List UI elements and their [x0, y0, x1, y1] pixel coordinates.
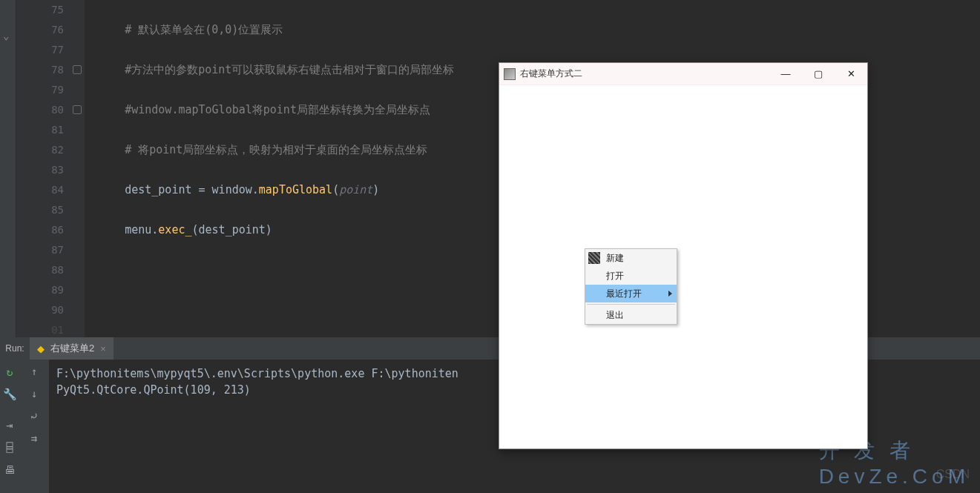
code-comment: # 将point局部坐标点，映射为相对于桌面的全局坐标点坐标	[125, 143, 427, 156]
code-comment: # 默认菜单会在(0,0)位置展示	[125, 23, 283, 36]
settings-icon[interactable]: 🔧	[3, 388, 17, 401]
menu-item-exit[interactable]: 退出	[585, 306, 677, 324]
run-tab-label: 右键菜单2	[50, 342, 94, 355]
layout-icon[interactable]: ⌸	[6, 441, 13, 454]
print-icon[interactable]: 🖶	[4, 463, 16, 477]
rerun-icon[interactable]: ↻	[6, 365, 13, 379]
code-comment: #window.mapToGlobal将point局部坐标转换为全局坐标点	[125, 103, 430, 116]
wrap-icon[interactable]: ⤾	[30, 410, 39, 422]
menu-separator	[587, 304, 675, 305]
fold-icon[interactable]	[73, 65, 82, 74]
app-icon	[504, 68, 516, 80]
close-button[interactable]: ✕	[835, 63, 867, 85]
down-icon[interactable]: ↓	[31, 388, 37, 400]
run-controls-col2: ↑ ↓ ⤾ ⇉	[19, 360, 49, 493]
run-label: Run:	[0, 337, 30, 360]
menu-item-recent[interactable]: 最近打开	[585, 285, 677, 302]
python-icon: ◆	[37, 343, 45, 354]
code-comment: #方法中的参数point可以获取鼠标右键点击相对于窗口的局部坐标	[125, 63, 454, 76]
new-icon	[588, 252, 600, 264]
line-gutter: 75 76 77 78 79 80 81 82 83 84 85 86 87 8…	[16, 0, 85, 337]
minimize-button[interactable]: —	[769, 63, 802, 85]
qt-app-window[interactable]: 右键菜单方式二 — ▢ ✕ 新建 打开 最近打开 退出	[499, 62, 868, 449]
menu-item-new[interactable]: 新建	[585, 249, 677, 267]
run-tab[interactable]: ◆ 右键菜单2 ×	[30, 337, 114, 360]
menu-item-open[interactable]: 打开	[585, 267, 677, 285]
run-controls: ↻ 🔧 ⇥ ⌸ 🖶	[0, 360, 19, 493]
context-menu[interactable]: 新建 打开 最近打开 退出	[585, 248, 677, 325]
soft-wrap-icon[interactable]: ⇉	[31, 432, 37, 444]
close-icon[interactable]: ×	[100, 343, 106, 354]
exit-icon[interactable]: ⇥	[6, 419, 13, 432]
fold-icon[interactable]	[73, 105, 82, 114]
up-icon[interactable]: ↑	[31, 365, 37, 377]
titlebar[interactable]: 右键菜单方式二 — ▢ ✕	[499, 63, 867, 85]
submenu-arrow-icon	[668, 291, 672, 297]
window-title: 右键菜单方式二	[520, 67, 769, 80]
maximize-button[interactable]: ▢	[802, 63, 835, 85]
project-tool-strip[interactable]: ⌄	[0, 0, 16, 337]
